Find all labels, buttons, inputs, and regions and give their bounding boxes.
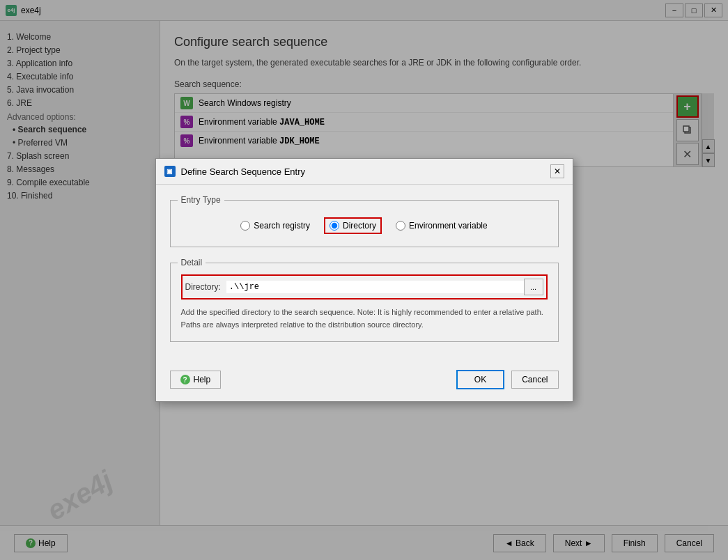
radio-group: Search registry Directory Environment va… <box>181 212 548 240</box>
modal-cancel-button[interactable]: Cancel <box>511 371 558 389</box>
modal-title: Define Search Sequence Entry <box>181 166 550 177</box>
directory-radio[interactable] <box>330 221 339 231</box>
env-variable-label: Environment variable <box>409 221 488 231</box>
directory-label: Directory <box>343 221 376 231</box>
env-variable-option[interactable]: Environment variable <box>396 221 488 231</box>
help-circle-icon: ? <box>180 375 190 384</box>
search-registry-label: Search registry <box>254 221 310 231</box>
directory-field-label: Directory: <box>185 282 221 292</box>
modal-overlay: ▣ Define Search Sequence Entry ✕ Entry T… <box>0 0 728 560</box>
entry-type-fieldset: Entry Type Search registry Directory <box>170 195 559 247</box>
env-variable-radio[interactable] <box>396 221 405 231</box>
define-search-entry-dialog: ▣ Define Search Sequence Entry ✕ Entry T… <box>155 158 573 402</box>
directory-option-wrapper: Directory <box>324 217 382 234</box>
detail-hint: Add the specified directory to the searc… <box>181 306 548 331</box>
search-registry-option[interactable]: Search registry <box>240 221 310 231</box>
modal-body: Entry Type Search registry Directory <box>156 185 573 363</box>
browse-button[interactable]: ... <box>524 279 543 295</box>
entry-type-legend: Entry Type <box>178 195 224 205</box>
modal-title-bar: ▣ Define Search Sequence Entry ✕ <box>156 159 573 185</box>
modal-ok-button[interactable]: OK <box>456 370 504 389</box>
detail-legend: Detail <box>178 258 206 267</box>
directory-option[interactable]: Directory <box>330 221 376 231</box>
modal-footer: ? Help OK Cancel <box>156 363 573 400</box>
directory-row: Directory: ... <box>181 274 548 300</box>
directory-input[interactable] <box>226 281 524 293</box>
search-registry-radio[interactable] <box>240 221 250 231</box>
detail-fieldset: Detail Directory: ... Add the specified … <box>170 258 559 342</box>
modal-help-button[interactable]: ? Help <box>170 371 222 389</box>
modal-close-button[interactable]: ✕ <box>550 164 564 178</box>
modal-title-icon: ▣ <box>164 166 176 177</box>
